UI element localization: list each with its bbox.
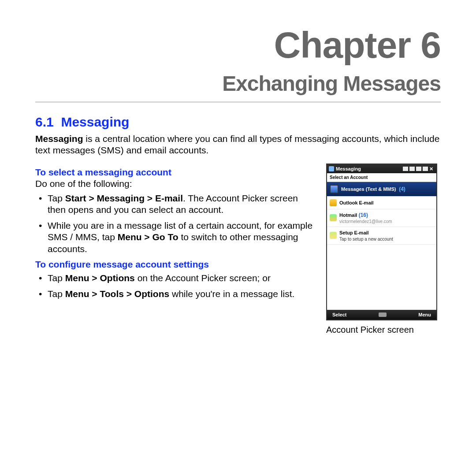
list-item: Tap Start > Messaging > E-mail. The Acco… [35, 193, 316, 216]
mail-icon [330, 199, 337, 206]
signal-icon [409, 167, 415, 171]
chapter-title: Chapter 6 [35, 26, 441, 63]
close-icon: ✕ [429, 167, 435, 171]
account-row-setup: Setup E-mail Tap to setup a new account [327, 227, 436, 245]
intro-rest: is a central location where you can find… [35, 134, 439, 155]
chapter-subtitle: Exchanging Messages [35, 71, 441, 96]
section-heading: 6.1 Messaging [35, 115, 441, 130]
account-row-textmms: Messages (Text & MMS) (4) [327, 182, 436, 197]
phone-statusbar: Messaging ✕ [327, 164, 436, 173]
phone-empty-area [327, 245, 436, 310]
phone-screenshot: Messaging ✕ Select an Account Messages (… [326, 164, 441, 335]
keyboard-icon [379, 312, 387, 317]
config-bullet-list: Tap Menu > Options on the Account Picker… [35, 272, 316, 300]
divider [35, 102, 441, 102]
phone-list-header: Select an Account [327, 173, 436, 182]
new-mail-icon [330, 232, 337, 239]
phone-app-title: Messaging [336, 166, 361, 171]
phone-icon [330, 185, 338, 193]
network-3g-icon [403, 167, 408, 171]
list-item: Tap Menu > Tools > Options while you're … [35, 288, 316, 300]
phone-softkey-bar: Select Menu [327, 310, 436, 320]
softkey-left: Select [332, 312, 346, 317]
section-title: Messaging [61, 115, 129, 129]
document-page: Chapter 6 Exchanging Messages 6.1 Messag… [0, 0, 476, 476]
battery-icon [423, 167, 428, 171]
configure-heading: To configure message account settings [35, 259, 316, 270]
do-one-text: Do one of the following: [35, 178, 316, 189]
list-item: Tap Menu > Options on the Account Picker… [35, 272, 316, 284]
account-row-hotmail: Hotmail (16) victormelendez1@live.com [327, 209, 436, 227]
softkey-right: Menu [418, 312, 431, 317]
intro-paragraph: Messaging is a central location where yo… [35, 133, 441, 156]
intro-bold: Messaging [35, 134, 83, 144]
section-number: 6.1 [35, 115, 54, 129]
start-icon [329, 166, 334, 171]
select-account-heading: To select a messaging account [35, 167, 316, 178]
windows-icon [330, 214, 337, 221]
list-item: While you are in a message list of a cer… [35, 220, 316, 255]
phone-caption: Account Picker screen [326, 325, 441, 335]
account-row-outlook: Outlook E-mail [327, 197, 436, 209]
chapter-header: Chapter 6 Exchanging Messages [35, 26, 441, 96]
volume-icon [416, 167, 421, 171]
select-bullet-list: Tap Start > Messaging > E-mail. The Acco… [35, 193, 316, 255]
